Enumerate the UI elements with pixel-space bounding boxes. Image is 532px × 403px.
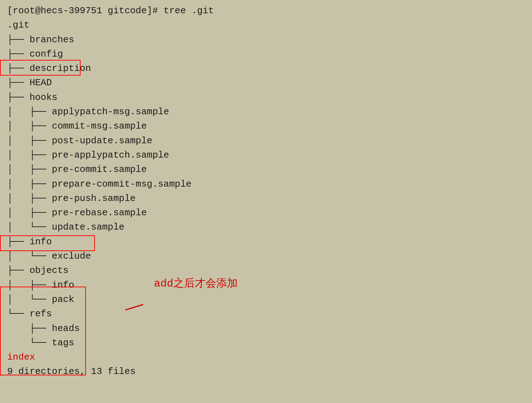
annotation-arrow (125, 287, 304, 358)
applypatch-line: │ ├── applypatch-msg.sample (7, 105, 525, 119)
description-line: ├── description (7, 61, 525, 76)
pre-applypatch-line: │ ├── pre-applypatch.sample (7, 148, 525, 162)
prompt-line: [root@hecs-399751 gitcode]# tree .git (7, 4, 525, 18)
pre-rebase-line: │ ├── pre-rebase.sample (7, 206, 525, 220)
refs-box (0, 287, 86, 375)
objects-line: ├── objects (7, 263, 525, 278)
head-line: ├── HEAD (7, 76, 525, 90)
prepare-commit-line: │ ├── prepare-commit-msg.sample (7, 177, 525, 191)
git-root: .git (7, 18, 525, 32)
hooks-line: ├── hooks (7, 90, 525, 105)
commit-msg-line: │ ├── commit-msg.sample (7, 119, 525, 133)
svg-line-0 (125, 304, 143, 342)
pre-push-line: │ ├── pre-push.sample (7, 191, 525, 206)
pre-commit-line: │ ├── pre-commit.sample (7, 162, 525, 177)
branches-line: ├── branches (7, 33, 525, 47)
post-update-line: │ ├── post-update.sample (7, 134, 525, 148)
config-line: ├── config (7, 47, 525, 61)
exclude-line: │ └── exclude (7, 249, 525, 263)
head-box (0, 60, 81, 76)
update-sample-line: │ └── update.sample (7, 220, 525, 234)
objects-box (0, 235, 95, 251)
